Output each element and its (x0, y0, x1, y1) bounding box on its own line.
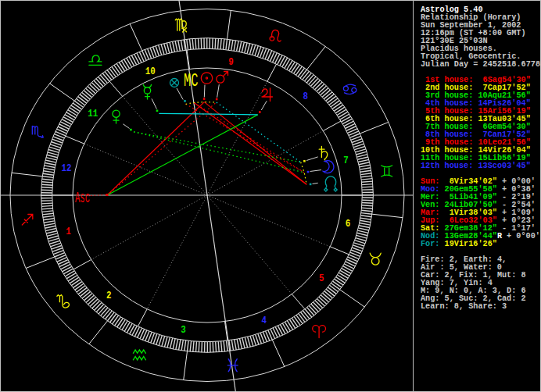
svg-text:5: 5 (319, 273, 324, 284)
svg-text:19Vir16'26": 19Vir16'26" (440, 238, 497, 248)
svg-text:11: 11 (88, 108, 98, 119)
svg-text:4: 4 (261, 315, 267, 326)
svg-text:Learn: 8, Share: 3: Learn: 8, Share: 3 (421, 301, 507, 311)
svg-text:10: 10 (145, 66, 156, 77)
svg-text:6: 6 (346, 218, 351, 230)
svg-text:12: 12 (62, 162, 72, 174)
svg-text:7: 7 (343, 155, 349, 166)
svg-text:For:: For: (421, 238, 440, 248)
svg-text:MC: MC (184, 70, 199, 91)
svg-text:2: 2 (106, 290, 112, 301)
svg-text:12th house: 13Sco03'45": 12th house: 13Sco03'45" (421, 160, 531, 170)
svg-text:+ 0°00': + 0°00' (502, 230, 540, 241)
svg-text:1: 1 (66, 226, 71, 237)
svg-text:3: 3 (181, 324, 186, 336)
svg-text:Asc: Asc (75, 189, 90, 207)
svg-text:9: 9 (228, 56, 234, 68)
svg-text:Julian Day = 2452518.6778: Julian Day = 2452518.6778 (421, 59, 540, 69)
svg-text:8: 8 (303, 91, 308, 102)
